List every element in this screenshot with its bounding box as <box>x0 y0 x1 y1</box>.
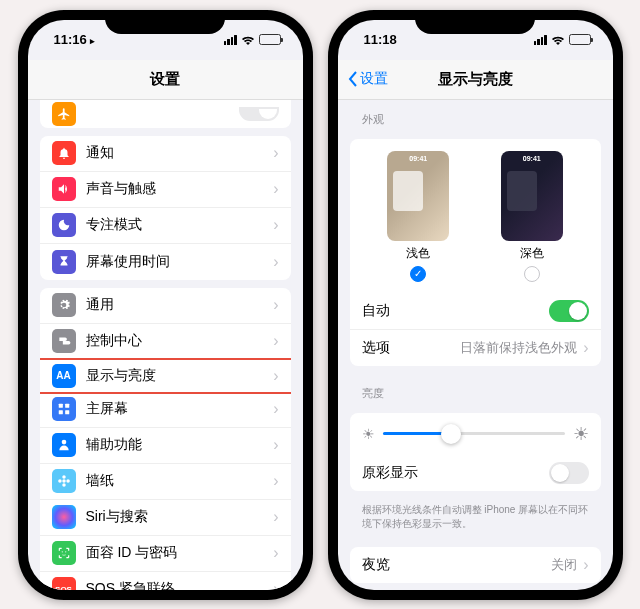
light-thumb <box>387 151 449 241</box>
chevron-icon: › <box>273 180 278 198</box>
status-indicators <box>534 34 591 45</box>
chevron-icon: › <box>273 144 278 162</box>
row-label: 控制中心 <box>86 332 268 350</box>
brightness-slider-row[interactable]: ☀ ☀ <box>350 413 601 455</box>
wifi-icon <box>551 35 565 45</box>
chevron-icon: › <box>273 367 278 385</box>
moon-icon <box>52 213 76 237</box>
notch <box>415 10 535 34</box>
auto-row[interactable]: 自动 <box>350 294 601 330</box>
chevron-icon: › <box>583 339 588 357</box>
aa-icon: AA <box>52 364 76 388</box>
grid-icon <box>52 397 76 421</box>
settings-row-辅助功能[interactable]: 辅助功能› <box>40 428 291 464</box>
status-indicators <box>224 34 281 45</box>
display-settings[interactable]: 外观 浅色 深色 自动 <box>338 100 613 590</box>
screen-settings: 11:16 ▸ 设置 通知›声音与触感›专注模式›屏幕使用时间› 通用›控制中心… <box>28 20 303 590</box>
person-icon <box>52 433 76 457</box>
status-time: 11:16 ▸ <box>54 32 96 47</box>
appearance-header: 外观 <box>338 100 613 131</box>
status-time: 11:18 <box>364 32 397 47</box>
dark-mode-option[interactable]: 深色 <box>501 151 563 282</box>
row-label: 屏幕使用时间 <box>86 253 268 271</box>
page-title: 显示与亮度 <box>438 70 513 89</box>
true-tone-footer: 根据环境光线条件自动调整 iPhone 屏幕以在不同环境下保持色彩显示一致。 <box>338 499 613 539</box>
settings-row-通知[interactable]: 通知› <box>40 136 291 172</box>
row-label: 显示与亮度 <box>86 367 268 385</box>
sos-icon: SOS <box>52 577 76 590</box>
dark-thumb <box>501 151 563 241</box>
settings-row-主屏幕[interactable]: 主屏幕› <box>40 392 291 428</box>
svg-rect-2 <box>58 410 62 414</box>
settings-group-2: 通用›控制中心›AA显示与亮度›主屏幕›辅助功能›墙纸›Siri与搜索›面容 I… <box>40 288 291 590</box>
auto-toggle[interactable] <box>549 300 589 322</box>
settings-group-1: 通知›声音与触感›专注模式›屏幕使用时间› <box>40 136 291 280</box>
cellular-icon <box>224 35 237 45</box>
dark-radio[interactable] <box>524 266 540 282</box>
light-radio[interactable] <box>410 266 426 282</box>
row-label: Siri与搜索 <box>86 508 268 526</box>
cellular-icon <box>534 35 547 45</box>
settings-row-Siri与搜索[interactable]: Siri与搜索› <box>40 500 291 536</box>
settings-row-SOS 紧急联络[interactable]: SOSSOS 紧急联络› <box>40 572 291 590</box>
settings-row-墙纸[interactable]: 墙纸› <box>40 464 291 500</box>
row-label: 专注模式 <box>86 216 268 234</box>
svg-rect-0 <box>58 404 62 408</box>
settings-row-屏幕使用时间[interactable]: 屏幕使用时间› <box>40 244 291 280</box>
chevron-icon: › <box>273 400 278 418</box>
svg-point-10 <box>61 551 62 552</box>
settings-row-控制中心[interactable]: 控制中心› <box>40 324 291 360</box>
chevron-icon: › <box>273 544 278 562</box>
options-row[interactable]: 选项 日落前保持浅色外观 › <box>350 330 601 366</box>
gear-icon <box>52 293 76 317</box>
brightness-header: 亮度 <box>338 374 613 405</box>
night-shift-row[interactable]: 夜览 关闭 › <box>350 547 601 583</box>
chevron-icon: › <box>273 253 278 271</box>
settings-row-面容 ID 与密码[interactable]: 面容 ID 与密码› <box>40 536 291 572</box>
svg-rect-1 <box>65 404 69 408</box>
switches-icon <box>52 329 76 353</box>
airplane-icon <box>52 102 76 126</box>
nav-header: 设置 显示与亮度 <box>338 60 613 100</box>
settings-row-通用[interactable]: 通用› <box>40 288 291 324</box>
row-label: 辅助功能 <box>86 436 268 454</box>
true-tone-toggle[interactable] <box>549 462 589 484</box>
svg-point-5 <box>62 479 66 483</box>
toggle-partial[interactable] <box>239 107 279 121</box>
battery-icon <box>569 34 591 45</box>
screen-display: 11:18 设置 显示与亮度 外观 浅色 <box>338 20 613 590</box>
svg-point-4 <box>61 440 66 445</box>
chevron-icon: › <box>273 296 278 314</box>
back-button[interactable]: 设置 <box>348 70 388 88</box>
appearance-group: 浅色 深色 自动 选项 日落前保持浅色外观 › <box>350 139 601 366</box>
light-mode-option[interactable]: 浅色 <box>387 151 449 282</box>
hourglass-icon <box>52 250 76 274</box>
chevron-icon: › <box>273 216 278 234</box>
row-label: 声音与触感 <box>86 180 268 198</box>
brightness-slider[interactable] <box>383 432 565 435</box>
phone-left: 11:16 ▸ 设置 通知›声音与触感›专注模式›屏幕使用时间› 通用›控制中心… <box>18 10 313 600</box>
page-title: 设置 <box>150 70 180 89</box>
svg-rect-3 <box>65 410 69 414</box>
settings-row-声音与触感[interactable]: 声音与触感› <box>40 172 291 208</box>
airplane-row-partial[interactable] <box>40 100 291 128</box>
chevron-icon: › <box>583 556 588 574</box>
bell-icon <box>52 141 76 165</box>
chevron-icon: › <box>273 436 278 454</box>
battery-icon <box>259 34 281 45</box>
settings-row-专注模式[interactable]: 专注模式› <box>40 208 291 244</box>
svg-point-9 <box>66 479 70 483</box>
settings-row-显示与亮度[interactable]: AA显示与亮度› <box>40 358 291 394</box>
svg-point-11 <box>65 551 66 552</box>
true-tone-row[interactable]: 原彩显示 <box>350 455 601 491</box>
chevron-icon: › <box>273 580 278 590</box>
row-label: SOS 紧急联络 <box>86 580 268 590</box>
row-label: 通知 <box>86 144 268 162</box>
row-label: 主屏幕 <box>86 400 268 418</box>
row-label: 通用 <box>86 296 268 314</box>
wifi-icon <box>241 35 255 45</box>
settings-list[interactable]: 通知›声音与触感›专注模式›屏幕使用时间› 通用›控制中心›AA显示与亮度›主屏… <box>28 100 303 590</box>
chevron-icon: › <box>273 472 278 490</box>
row-label: 墙纸 <box>86 472 268 490</box>
row-label: 面容 ID 与密码 <box>86 544 268 562</box>
